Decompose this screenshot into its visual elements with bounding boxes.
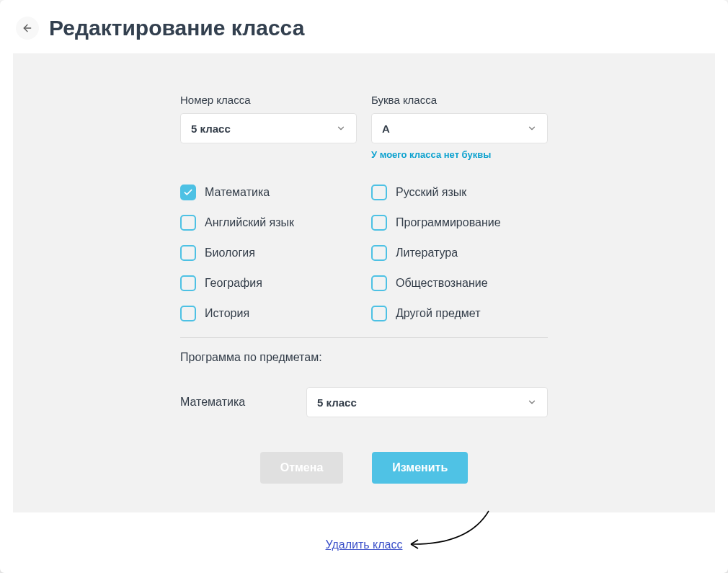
- checkbox-box: [371, 306, 387, 321]
- chevron-down-icon: [527, 397, 537, 407]
- subject-checkbox-social[interactable]: Обществознание: [371, 275, 548, 291]
- checkbox-box: [371, 185, 387, 200]
- checkbox-box: [180, 306, 196, 321]
- submit-button[interactable]: Изменить: [372, 452, 468, 484]
- program-section-title: Программа по предметам:: [180, 351, 548, 364]
- chevron-down-icon: [527, 123, 537, 133]
- delete-class-link[interactable]: Удалить класс: [326, 538, 403, 551]
- program-rows: Математика5 класс: [180, 387, 548, 417]
- page-title: Редактирование класса: [49, 16, 304, 40]
- program-row: Математика5 класс: [180, 387, 548, 417]
- annotation-arrow-icon: [404, 505, 497, 556]
- checkbox-box: [180, 215, 196, 231]
- page: Редактирование класса Номер класса 5 кла…: [0, 0, 728, 573]
- subject-label: Английский язык: [205, 216, 294, 229]
- form-panel: Номер класса 5 класс Буква класса А: [13, 53, 715, 512]
- form-inner: Номер класса 5 класс Буква класса А: [180, 94, 548, 484]
- class-number-field: Номер класса 5 класс: [180, 94, 357, 160]
- checkbox-box: [371, 275, 387, 291]
- class-letter-value: А: [382, 123, 390, 135]
- subject-checkbox-literature[interactable]: Литература: [371, 245, 548, 261]
- subject-checkbox-other[interactable]: Другой предмет: [371, 306, 548, 321]
- program-level-value: 5 класс: [317, 396, 357, 409]
- delete-area: Удалить класс: [0, 538, 728, 551]
- subject-checkbox-biology[interactable]: Биология: [180, 245, 357, 261]
- subject-label: Русский язык: [396, 186, 466, 199]
- subject-checkbox-russian[interactable]: Русский язык: [371, 185, 548, 200]
- checkbox-box: [180, 185, 196, 200]
- divider: [180, 337, 548, 338]
- subject-label: Биология: [205, 246, 255, 259]
- checkbox-box: [371, 215, 387, 231]
- chevron-down-icon: [336, 123, 346, 133]
- check-icon: [183, 187, 193, 197]
- arrow-left-icon: [22, 22, 33, 34]
- class-letter-select[interactable]: А: [371, 113, 548, 143]
- subject-label: География: [205, 277, 262, 290]
- checkbox-box: [371, 245, 387, 261]
- program-level-select[interactable]: 5 класс: [306, 387, 548, 417]
- class-letter-field: Буква класса А У моего класса нет буквы: [371, 94, 548, 160]
- checkbox-box: [180, 245, 196, 261]
- program-subject-label: Математика: [180, 396, 292, 409]
- class-number-label: Номер класса: [180, 94, 357, 106]
- subject-checkbox-english[interactable]: Английский язык: [180, 215, 357, 231]
- subject-checkbox-history[interactable]: История: [180, 306, 357, 321]
- form-actions: Отмена Изменить: [180, 452, 548, 484]
- cancel-button[interactable]: Отмена: [260, 452, 344, 484]
- subject-label: История: [205, 307, 249, 320]
- class-fields-row: Номер класса 5 класс Буква класса А: [180, 94, 548, 160]
- subject-checkbox-geography[interactable]: География: [180, 275, 357, 291]
- class-number-value: 5 класс: [191, 123, 231, 135]
- page-header: Редактирование класса: [0, 0, 728, 53]
- subject-checkbox-math[interactable]: Математика: [180, 185, 357, 200]
- checkbox-box: [180, 275, 196, 291]
- subjects-grid: МатематикаРусский языкАнглийский языкПро…: [180, 185, 548, 321]
- subject-label: Литература: [396, 246, 458, 259]
- class-letter-label: Буква класса: [371, 94, 548, 106]
- class-number-select[interactable]: 5 класс: [180, 113, 357, 143]
- subject-checkbox-programming[interactable]: Программирование: [371, 215, 548, 231]
- no-letter-link[interactable]: У моего класса нет буквы: [371, 149, 548, 160]
- subject-label: Программирование: [396, 216, 501, 229]
- subject-label: Математика: [205, 186, 270, 199]
- subject-label: Обществознание: [396, 277, 488, 290]
- subject-label: Другой предмет: [396, 307, 480, 320]
- back-button[interactable]: [16, 17, 39, 40]
